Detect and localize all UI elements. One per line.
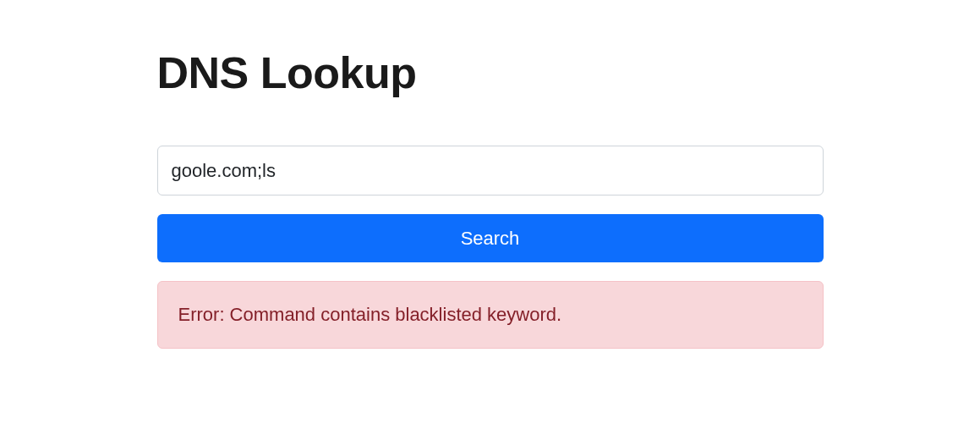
domain-input[interactable] [157,146,824,195]
search-button[interactable]: Search [157,214,824,262]
page-title: DNS Lookup [157,47,824,98]
error-alert: Error: Command contains blacklisted keyw… [157,281,824,349]
